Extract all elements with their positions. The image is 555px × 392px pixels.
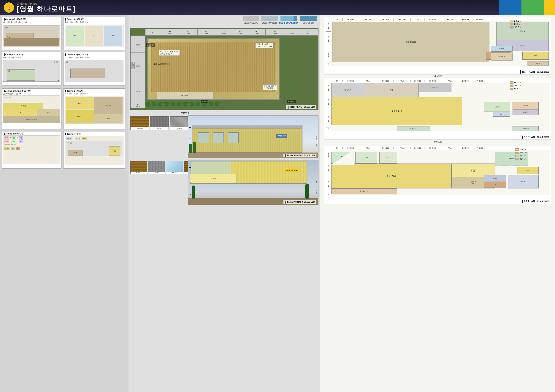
concept-2-title: ▐ Concept-2 (PLAN) [65, 18, 124, 20]
zoning-1: ▐ Zoning-1 (AREA) SECTION 매장 주차 공용 B1F 주… [2, 88, 61, 130]
zoning-2: ▐ Zoning-2 (AREA) 가능 변화고 수용이 용이한 측보 매장 1… [63, 88, 125, 130]
site-plan-title: ▐ SITE PLAN SCALE 1/250 [286, 105, 316, 109]
concept-1-title: ▐ Concept-1 (SECTION) [3, 18, 60, 20]
concept-1-desc: 대지 단차를 이용한 레이어 처리 [3, 21, 60, 23]
zoning-4-title: ▐ Zoning-4 (하역) [65, 133, 124, 135]
b1f-plan-section: IX¹ IX² 4,800 IX³ 7,800 IX⁴ 7,500 IX⁵ 7,… [324, 17, 551, 74]
thumb-1: 목재패널 [130, 116, 149, 130]
step-4: Step 4. SKIN [300, 16, 317, 24]
concept-2: ▐ Concept-2 (PLAN) 추후 변화고 수용이 용이한 초보 매장 … [63, 17, 125, 50]
road-14m: 14M도로 [131, 62, 135, 69]
thumb-metal: 금속패널 [148, 161, 165, 174]
concept-3: ▐ Concept-3 (PLAN) 탁월적 진출입도로 활용 건물 진출입 [2, 52, 61, 86]
thumb-2: 목재패널 [150, 116, 169, 130]
f1f-plan-section: 10m도로 IX¹ IX² 4,800 IX³ 7,800 IX⁴ 7,500 … [324, 78, 551, 140]
road-20m-below-label: 20M도로 [434, 140, 442, 143]
elevation1-thumbnails: 목재패널 목재패널 금속패널 [130, 116, 189, 130]
zoning-2-desc: 가능 변화고 수용이 용이한 측보 [65, 93, 124, 95]
entrance-label-staff: 직원출입구 [287, 100, 296, 103]
concept-1: ▐ Concept-1 (SECTION) 대지 단차를 이용한 레이어 처리 … [2, 17, 61, 50]
left-panel: ▐ Concept-1 (SECTION) 대지 단차를 이용한 레이어 처리 … [0, 15, 129, 392]
thumb-glass: T24 복층유리 [166, 161, 183, 174]
concept-3-title: ▐ Concept-3 (PLAN) [3, 53, 60, 56]
project-title: [영월 하나로마트] [17, 5, 76, 13]
f1f-plan-title: ▐ 1F PLAN SCALE 1/250 [521, 136, 549, 138]
step-1: Step 1. VOLUME [243, 16, 259, 24]
bar-yellow [544, 0, 555, 15]
road-20m-label: 20M도로 [181, 112, 190, 115]
road-10m-label: 10m도로 [434, 75, 442, 78]
concept-4-desc: 대지 변화고 이용한 레작링 소방일 [65, 56, 124, 59]
zoning-4: ▐ Zoning-4 (하역) 하역장 → 창고 → 매장 하역장 매장 하역 … [63, 131, 125, 168]
f2f-plan-title: ▐ 2F PLAN SCALE 1/250 [521, 200, 549, 203]
zoning-1-title: ▐ Zoning-1 (AREA) SECTION [3, 90, 60, 92]
zoning-3: ▐ Zoning-3 (HACCP) 육류 → 냉동 → 작업 수산 → 냉장 [2, 131, 61, 168]
x-label-1: IX¹ [146, 31, 160, 33]
concept-3-desc: 탁월적 진출입도로 활용 [3, 56, 60, 59]
steps-container: Step 1. VOLUME Step 2. DIVISION Step 3. … [243, 16, 317, 24]
step-3-connection: Step 3. CONNECTION [279, 16, 298, 24]
concept-4: ▐ Concept-4 (SECTION) 대지 변화고 이용한 레작링 소방일… [63, 52, 125, 86]
thumb-3: 금속패널 [170, 116, 189, 130]
logo-icon: 🏆 [4, 2, 14, 13]
right-panel: IX¹ IX² 4,800 IX³ 7,800 IX⁴ 7,500 IX⁵ 7,… [320, 15, 555, 392]
header: 🏆 평창영월정선축협 [영월 하나로마트] [0, 0, 555, 15]
concept-2-desc: 추후 변화고 수용이 용이한 초보 [65, 21, 124, 23]
center-panel: Step 1. VOLUME Step 2. DIVISION Step 3. … [129, 15, 320, 392]
elevation-1-drawing: 하나로마트 RF 2F 1F 5,000 4,000 ▐ ELEVATION-1… [188, 116, 319, 158]
concept-4-title: ▐ Concept-4 (SECTION) [65, 53, 124, 56]
thumb-wood: 목재패널 [130, 161, 147, 174]
entrance-label-main: 주출입구 [201, 100, 208, 103]
entrance-label-underground: 지하주차장진출입구 [146, 43, 155, 47]
bar-green [521, 0, 544, 15]
b1f-plan-title: ▐ B1F PLAN SCALE 1/250 [519, 70, 549, 73]
step-2: Step 2. DIVISION [261, 16, 278, 24]
f2f-plan-section: IX¹ IX² 4,800 IX³ 7,800 IX⁴ 7,500 IX⁵ 7,… [324, 145, 551, 204]
color-bars [499, 0, 555, 15]
bar-blue [499, 0, 521, 15]
zoning-3-title: ▐ Zoning-3 (HACCP) [3, 133, 60, 135]
org-name: 평창영월정선축협 [17, 2, 76, 5]
zoning-2-title: ▐ Zoning-2 (AREA) [65, 90, 124, 92]
elevation-2-drawing: 1F 매장 하나로마트 영월점 RF 2F 1F 5,000 5,000 [188, 160, 319, 205]
step-3-label: Step 3. CONNECTION [279, 22, 298, 24]
main-content: ▐ Concept-1 (SECTION) 대지 단차를 이용한 레이어 처리 … [0, 15, 555, 392]
site-plan-area: IX¹ IX²4,800 IX³7,800 IX⁴7,500 IX⁵7,500 … [130, 28, 319, 110]
